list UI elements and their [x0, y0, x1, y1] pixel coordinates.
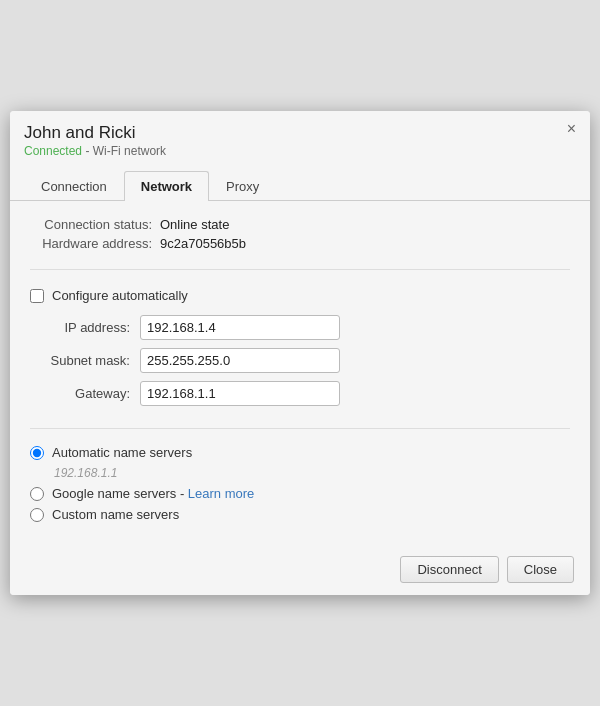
custom-name-servers-label[interactable]: Custom name servers	[52, 507, 179, 522]
ip-address-label: IP address:	[30, 320, 140, 335]
close-button[interactable]: ×	[567, 121, 576, 137]
close-dialog-button[interactable]: Close	[507, 556, 574, 583]
ip-config-section: Configure automatically IP address: Subn…	[30, 288, 570, 429]
tab-proxy[interactable]: Proxy	[209, 171, 276, 201]
custom-name-servers-radio[interactable]	[30, 508, 44, 522]
automatic-name-servers-hint: 192.168.1.1	[54, 466, 570, 480]
hardware-address-row: Hardware address: 9c2a70556b5b	[30, 236, 570, 251]
connection-status-label: Connection status:	[30, 217, 160, 232]
connection-status-value: Online state	[160, 217, 229, 232]
subnet-mask-input[interactable]	[140, 348, 340, 373]
google-label-text: Google name servers -	[52, 486, 188, 501]
subtitle-rest: - Wi-Fi network	[82, 144, 166, 158]
tab-connection[interactable]: Connection	[24, 171, 124, 201]
automatic-name-servers-label[interactable]: Automatic name servers	[52, 445, 192, 460]
dialog: John and Ricki Connected - Wi-Fi network…	[10, 111, 590, 595]
connection-status-row: Connection status: Online state	[30, 217, 570, 232]
info-section: Connection status: Online state Hardware…	[30, 217, 570, 270]
google-name-servers-radio[interactable]	[30, 487, 44, 501]
dialog-subtitle: Connected - Wi-Fi network	[24, 144, 166, 158]
gateway-row: Gateway:	[30, 381, 570, 406]
disconnect-button[interactable]: Disconnect	[400, 556, 498, 583]
automatic-name-servers-radio[interactable]	[30, 446, 44, 460]
content-area: Connection status: Online state Hardware…	[10, 201, 590, 544]
connected-status: Connected	[24, 144, 82, 158]
configure-auto-label[interactable]: Configure automatically	[52, 288, 188, 303]
gateway-input[interactable]	[140, 381, 340, 406]
configure-auto-checkbox[interactable]	[30, 289, 44, 303]
hardware-address-label: Hardware address:	[30, 236, 160, 251]
tabs-bar: Connection Network Proxy	[10, 170, 590, 201]
title-section: John and Ricki Connected - Wi-Fi network	[24, 123, 166, 158]
learn-more-link[interactable]: Learn more	[188, 486, 254, 501]
google-name-servers-label[interactable]: Google name servers - Learn more	[52, 486, 254, 501]
ip-address-row: IP address:	[30, 315, 570, 340]
custom-name-servers-row: Custom name servers	[30, 507, 570, 522]
gateway-label: Gateway:	[30, 386, 140, 401]
footer: Disconnect Close	[10, 544, 590, 595]
hardware-address-value: 9c2a70556b5b	[160, 236, 246, 251]
subnet-mask-row: Subnet mask:	[30, 348, 570, 373]
ip-address-input[interactable]	[140, 315, 340, 340]
automatic-name-servers-row: Automatic name servers	[30, 445, 570, 460]
google-name-servers-row: Google name servers - Learn more	[30, 486, 570, 501]
name-servers-section: Automatic name servers 192.168.1.1 Googl…	[30, 445, 570, 522]
titlebar: John and Ricki Connected - Wi-Fi network…	[10, 111, 590, 164]
tab-network[interactable]: Network	[124, 171, 209, 201]
dialog-title: John and Ricki	[24, 123, 166, 143]
subnet-mask-label: Subnet mask:	[30, 353, 140, 368]
configure-auto-row: Configure automatically	[30, 288, 570, 303]
